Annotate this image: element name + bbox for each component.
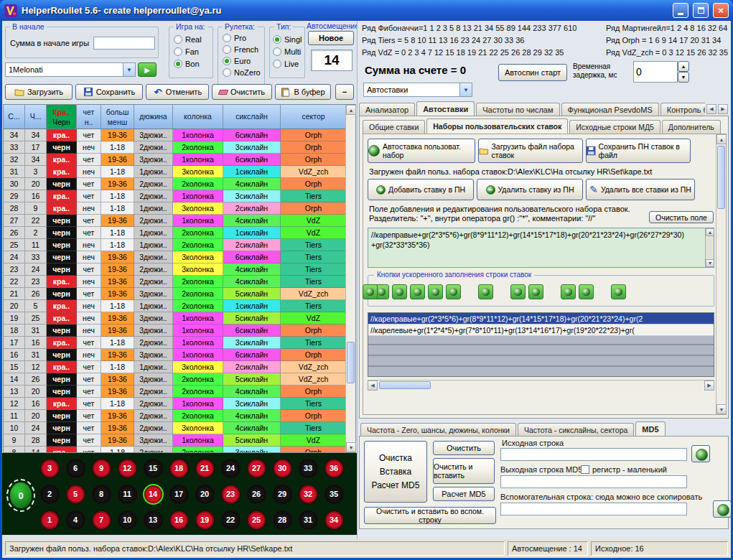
board-number-34[interactable]: 34 [325, 511, 343, 529]
table-row[interactable]: 2916кра..чет1-182дюжи..1колонка3сиклайнT… [4, 190, 347, 202]
table-row[interactable]: 1426чернчет19-363дюжи..2колонка5сиклайнV… [4, 373, 347, 386]
table-row[interactable]: 2324чернчет19-362дюжи..3колонка4сиклайнT… [4, 263, 347, 276]
tab-autostakes[interactable]: Автоставки [416, 101, 475, 116]
radio-pro[interactable]: Pro [223, 33, 264, 42]
subpage-scrollbar[interactable]: ▲ ▼ [716, 134, 726, 414]
board-number-30[interactable]: 30 [274, 459, 291, 477]
stake-list-item[interactable]: //кареправые+gr(2*3*5*6)+gr(8*9*11*12)+g… [368, 313, 714, 325]
scroll-down-icon[interactable]: ▼ [706, 259, 714, 267]
radio-live[interactable]: Live [273, 59, 304, 68]
tab-scroll-right-button[interactable]: ▶ [718, 104, 728, 114]
dropdown-arrow-icon[interactable]: ▼ [123, 63, 135, 76]
tab-analyzer[interactable]: Анализатор [359, 103, 415, 116]
table-scrollbar-thumb[interactable] [347, 342, 355, 383]
stake-list-hscrollbar[interactable]: ◀ ▶ [368, 380, 714, 390]
md5-source-chip-button[interactable] [691, 445, 710, 462]
md5-source-input[interactable] [500, 448, 687, 461]
subtab-general-stakes[interactable]: Общие ставки [363, 120, 425, 134]
table-row[interactable]: 205кра..неч1-181дюжи..2колонка1сиклайнTi… [4, 300, 347, 312]
table-header-cell[interactable]: сикслайн [223, 105, 281, 129]
quick-fill-chip-button[interactable] [579, 284, 594, 299]
table-row[interactable]: 3434кра..чет19-363дюжи..1колонка6сиклайн… [4, 129, 347, 141]
table-row[interactable]: 2126чернчет19-363дюжи..2колонка5сиклайнV… [4, 288, 347, 300]
table-row[interactable]: 1831черннеч19-363дюжи..1колонка6сиклайнO… [4, 325, 347, 337]
quick-fill-chip-button[interactable] [561, 284, 576, 299]
md5-aux-chip-button[interactable] [713, 500, 731, 518]
radio-singl[interactable]: Singl [273, 34, 304, 44]
md5-clear-button[interactable]: Очистить [433, 441, 495, 455]
board-number-11[interactable]: 11 [118, 485, 136, 503]
board-number-1[interactable]: 1 [41, 511, 59, 529]
board-number-19[interactable]: 19 [196, 511, 214, 529]
quick-fill-chip-button[interactable] [392, 284, 407, 299]
table-row[interactable]: 1216кра..чет1-182дюжи..1колонка3сиклайнT… [4, 398, 347, 410]
md5-master-button[interactable]: Очистка Вставка Расчет MD5 [364, 441, 427, 503]
board-number-31[interactable]: 31 [299, 511, 317, 529]
tab-psevdoms[interactable]: Функционал PsevdoMS [561, 103, 659, 116]
quick-fill-chip-button[interactable] [510, 284, 526, 299]
table-row[interactable]: 1512кра..чет1-181дюжи..3колонка2сиклайнV… [4, 361, 347, 373]
undo-button[interactable]: ↶ Отменить [146, 84, 209, 100]
clear-paste-aux-button[interactable]: Очистить и вставить во вспом. строку [364, 507, 496, 524]
board-number-28[interactable]: 28 [274, 511, 291, 529]
start-sum-input[interactable] [93, 37, 155, 50]
board-number-7[interactable]: 7 [93, 511, 111, 529]
quick-fill-chip-button[interactable] [478, 284, 493, 299]
close-button[interactable]: × [713, 3, 729, 18]
dropdown-arrow-icon[interactable]: ▼ [459, 83, 472, 96]
subtab-user-stake-sets[interactable]: Наборы пользовательских ставок [426, 118, 568, 134]
quick-fill-chip-button-far[interactable] [363, 284, 378, 299]
tab-bankroll-control[interactable]: Контроль банкр [660, 103, 705, 116]
autospin-start-button[interactable]: Автоспин старт [498, 64, 567, 81]
scroll-right-icon[interactable]: ▶ [704, 381, 714, 391]
board-number-33[interactable]: 33 [299, 459, 317, 477]
table-row[interactable]: 262чернчет1-181дюжи..2колонка1сиклайнVdZ [4, 227, 347, 239]
board-number-16[interactable]: 16 [170, 511, 188, 529]
subpage-scrollbar-thumb[interactable] [717, 146, 725, 209]
scroll-down-icon[interactable]: ▼ [346, 442, 356, 452]
table-row[interactable]: 1024чернчет19-362дюжи..3колонка4сиклайнT… [4, 422, 347, 434]
table-row[interactable]: 2511черннеч1-181дюжи..2колонка2сиклайнTi… [4, 239, 347, 251]
table-header-cell[interactable]: четн.. [77, 105, 101, 129]
table-row[interactable]: 1120чернчет19-362дюжи..2колонка4сиклайнO… [4, 410, 347, 422]
table-header-cell[interactable]: Ч... [25, 105, 47, 129]
radio-multi[interactable]: Multi [273, 47, 304, 56]
board-number-2[interactable]: 2 [41, 485, 59, 503]
copy-buffer-button[interactable]: В буфер [275, 84, 331, 100]
table-header-cell[interactable]: С... [4, 105, 25, 129]
autostakes-combo[interactable]: Автоставки ▼ [363, 83, 472, 97]
table-row[interactable]: 1716кра..чет1-182дюжи..1колонка3сиклайнT… [4, 337, 347, 349]
table-row[interactable]: 3234кра..чет19-363дюжи..1колонка6сиклайн… [4, 154, 347, 166]
table-header-cell[interactable]: колонка [173, 105, 223, 129]
board-number-9[interactable]: 9 [93, 459, 111, 477]
board-number-26[interactable]: 26 [248, 485, 266, 503]
scroll-down-icon[interactable]: ▼ [716, 404, 727, 414]
tab-freq-sixlines-sectors[interactable]: Частота - сикслайны, сектора [518, 423, 634, 437]
stake-edit-field[interactable]: //кареправые+gr(2*3*5*6)+gr(8*9*11*12)+g… [368, 228, 714, 268]
scroll-left-icon[interactable]: ◀ [368, 381, 378, 391]
md5-calc-button[interactable]: Расчет MD5 [433, 487, 495, 501]
board-number-35[interactable]: 35 [325, 485, 343, 503]
autostake-user-set-button[interactable]: Автоставка пользоват. набор [368, 139, 475, 163]
clear-field-button[interactable]: Очистить поле [649, 211, 714, 223]
board-number-8[interactable]: 8 [93, 485, 111, 503]
table-row[interactable]: 1631черннеч19-363дюжи..1колонка6сиклайнO… [4, 349, 347, 361]
run-button[interactable]: ▶ [138, 62, 157, 77]
preset-combo[interactable]: 1Melonati ▼ [5, 62, 136, 77]
board-number-4[interactable]: 4 [67, 511, 85, 529]
table-row[interactable]: 814кра..чет1-182дюжи..2колонка3сиклайнOr… [4, 447, 347, 452]
register-checkbox[interactable] [581, 465, 589, 474]
board-number-32[interactable]: 32 [299, 485, 317, 503]
table-header-cell[interactable]: сектор [281, 105, 347, 129]
stake-list[interactable]: //кареправые+gr(2*3*5*6)+gr(8*9*11*12)+g… [368, 312, 714, 377]
board-number-29[interactable]: 29 [274, 485, 291, 503]
board-number-23[interactable]: 23 [222, 485, 240, 503]
table-row[interactable]: 1925кра..неч19-363дюжи..1колонка5сиклайн… [4, 312, 347, 325]
delete-all-stakes-button[interactable]: ✎ Удалить все ставки из ПН [586, 179, 695, 200]
table-row[interactable]: 928чернчет19-363дюжи..1колонка5сиклайнVd… [4, 434, 347, 447]
scroll-up-icon[interactable]: ▲ [706, 228, 714, 236]
maximize-button[interactable] [693, 3, 709, 18]
tab-freq-zero-chances[interactable]: Частота - Zero, шансы, дюжины, колонки [360, 423, 516, 437]
tab-scroll-left-button[interactable]: ◀ [706, 104, 716, 114]
scroll-up-icon[interactable]: ▲ [716, 134, 727, 144]
